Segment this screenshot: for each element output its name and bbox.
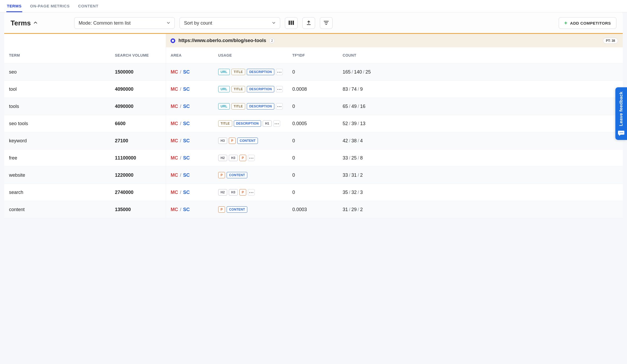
tag-description[interactable]: DESCRIPTION (247, 69, 274, 75)
upload-button[interactable] (302, 17, 315, 29)
term-cell[interactable]: free (4, 149, 110, 167)
tag-url[interactable]: URL (218, 69, 230, 75)
mc-label[interactable]: MC (171, 104, 178, 109)
table-row: content135000MC / SCPCONTENT0.000331/29/… (4, 201, 623, 218)
filter-icon (323, 20, 329, 26)
tag-p[interactable]: P (239, 189, 246, 195)
analyzed-url[interactable]: https://www.oberlo.com/blog/seo-tools (178, 38, 266, 43)
tag-p[interactable]: P (218, 206, 225, 213)
sc-label[interactable]: SC (183, 138, 190, 143)
sc-label[interactable]: SC (183, 69, 190, 75)
sc-label[interactable]: SC (183, 155, 190, 161)
more-tags-button[interactable]: ⋯ (248, 189, 255, 195)
sc-label[interactable]: SC (183, 104, 190, 109)
tag-h1[interactable]: H1 (263, 120, 272, 127)
count-2: 9 (360, 87, 363, 92)
count-cell: 165/140/25 (338, 63, 623, 81)
col-header-search-volume[interactable]: SEARCH VOLUME (110, 47, 166, 63)
mc-label[interactable]: MC (171, 138, 178, 143)
mc-label[interactable]: MC (171, 190, 178, 195)
col-header-usage[interactable]: USAGE (213, 47, 288, 63)
tag-h2[interactable]: H2 (218, 155, 227, 161)
filter-button[interactable] (320, 17, 333, 29)
slash: / (358, 87, 359, 92)
col-header-term[interactable]: TERM (4, 47, 110, 63)
count-2: 16 (360, 104, 365, 109)
tag-content[interactable]: CONTENT (227, 172, 247, 178)
mc-label[interactable]: MC (171, 172, 178, 178)
tag-title[interactable]: TITLE (218, 120, 232, 127)
mc-label[interactable]: MC (171, 121, 178, 126)
tag-h3[interactable]: H3 (218, 138, 227, 144)
sc-label[interactable]: SC (183, 172, 190, 178)
term-cell[interactable]: tool (4, 81, 110, 98)
tag-p[interactable]: P (218, 172, 225, 178)
count-2: 13 (360, 121, 365, 126)
sort-select[interactable]: Sort by count (180, 17, 280, 29)
tab-content[interactable]: CONTENT (78, 0, 99, 12)
tag-title[interactable]: TITLE (231, 86, 245, 92)
slash: / (358, 155, 359, 161)
count-0: 42 (343, 138, 348, 143)
tag-url[interactable]: URL (218, 86, 230, 92)
page-title-group[interactable]: Terms (11, 19, 38, 27)
sc-label[interactable]: SC (183, 190, 190, 195)
add-competitors-button[interactable]: + ADD COMPETITORS (559, 17, 616, 29)
tab-terms[interactable]: TERMS (6, 0, 22, 12)
more-tags-button[interactable]: ⋯ (273, 120, 280, 127)
sc-label[interactable]: SC (183, 207, 190, 212)
term-cell[interactable]: tools (4, 98, 110, 115)
slash: / (179, 172, 183, 178)
mc-label[interactable]: MC (171, 207, 178, 212)
mode-select[interactable]: Mode: Common term list (74, 17, 175, 29)
more-tags-button[interactable]: ⋯ (276, 69, 283, 75)
tag-description[interactable]: DESCRIPTION (234, 120, 261, 127)
tag-h2[interactable]: H2 (218, 189, 227, 195)
mc-label[interactable]: MC (171, 155, 178, 161)
mc-label[interactable]: MC (171, 87, 178, 92)
col-header-tfidf[interactable]: TF*IDF (288, 47, 338, 63)
count-2: 2 (360, 172, 363, 178)
mc-label[interactable]: MC (171, 69, 178, 75)
tag-h3[interactable]: H3 (229, 155, 238, 161)
usage-cell: TITLEDESCRIPTIONH1⋯ (213, 115, 288, 132)
more-tags-button[interactable]: ⋯ (276, 103, 283, 110)
col-header-count[interactable]: COUNT (338, 47, 623, 63)
tag-title[interactable]: TITLE (231, 69, 245, 75)
tag-content[interactable]: CONTENT (237, 138, 258, 144)
count-2: 3 (360, 190, 363, 195)
tag-p[interactable]: P (229, 138, 236, 144)
leave-feedback-tab[interactable]: Leave feedback (615, 87, 627, 140)
tag-p[interactable]: P (239, 155, 246, 161)
sc-label[interactable]: SC (183, 87, 190, 92)
count-cell: 31/29/2 (338, 201, 623, 218)
search-volume-cell: 4090000 (110, 98, 166, 115)
chat-icon (617, 130, 625, 137)
tab-onpage-metrics[interactable]: ON-PAGE METRICS (30, 0, 70, 12)
term-cell[interactable]: seo tools (4, 115, 110, 132)
tag-h3[interactable]: H3 (229, 189, 238, 195)
col-header-area[interactable]: AREA (166, 47, 213, 63)
sort-select-label: Sort by count (184, 20, 212, 26)
columns-button[interactable] (285, 17, 298, 29)
more-tags-button[interactable]: ⋯ (248, 155, 255, 161)
term-cell[interactable]: website (4, 167, 110, 184)
slash: / (363, 69, 364, 75)
count-2: 4 (360, 138, 363, 143)
tfidf-cell: 0 (288, 167, 338, 184)
slash: / (349, 87, 350, 92)
more-tags-button[interactable]: ⋯ (276, 86, 283, 92)
tag-description[interactable]: DESCRIPTION (247, 103, 274, 110)
usage-cell: H3PCONTENT (213, 132, 288, 149)
term-cell[interactable]: content (4, 201, 110, 218)
table-row: seo tools6600MC / SCTITLEDESCRIPTIONH1⋯0… (4, 115, 623, 132)
term-cell[interactable]: keyword (4, 132, 110, 149)
tag-description[interactable]: DESCRIPTION (247, 86, 274, 92)
slash: / (179, 69, 183, 75)
tag-title[interactable]: TITLE (231, 103, 245, 110)
tag-content[interactable]: CONTENT (227, 206, 247, 213)
term-cell[interactable]: search (4, 184, 110, 201)
tag-url[interactable]: URL (218, 103, 230, 110)
term-cell[interactable]: seo (4, 63, 110, 81)
sc-label[interactable]: SC (183, 121, 190, 126)
